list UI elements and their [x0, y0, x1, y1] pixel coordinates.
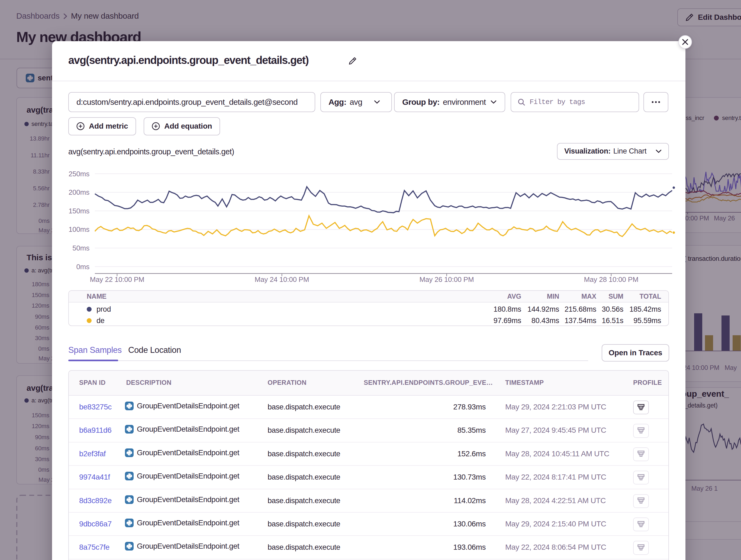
- svg-text:May 26 10:00 PM: May 26 10:00 PM: [419, 275, 474, 284]
- svg-text:100ms: 100ms: [69, 226, 89, 234]
- svg-text:0ms: 0ms: [76, 263, 89, 271]
- svg-text:250ms: 250ms: [69, 170, 89, 178]
- svg-text:May 24 10:00 PM: May 24 10:00 PM: [255, 275, 309, 284]
- svg-text:May 22 10:00 PM: May 22 10:00 PM: [90, 275, 144, 284]
- svg-text:150ms: 150ms: [69, 207, 89, 215]
- svg-text:200ms: 200ms: [69, 188, 89, 196]
- svg-text:50ms: 50ms: [72, 244, 89, 252]
- svg-text:May 28 10:00 PM: May 28 10:00 PM: [584, 275, 638, 284]
